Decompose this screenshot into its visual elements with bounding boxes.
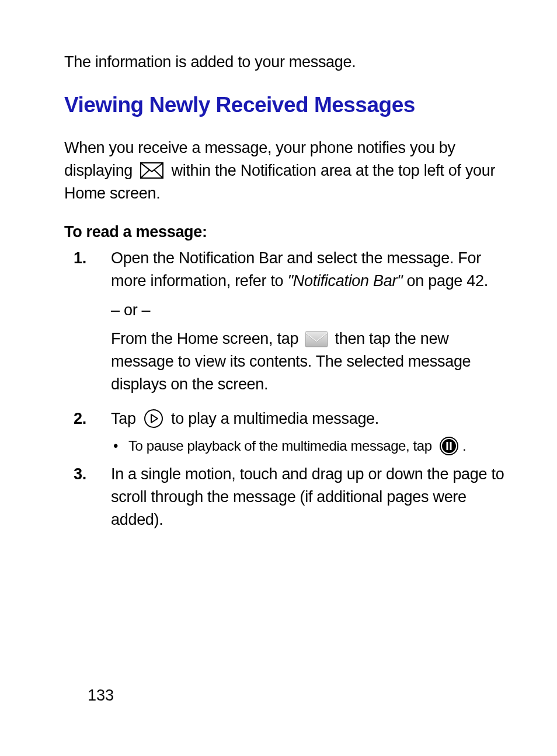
bullet-dot: • <box>111 436 128 457</box>
step-number: 1. <box>64 247 111 402</box>
page-number: 133 <box>88 687 114 705</box>
step1-text-c: on page 42. <box>402 272 488 290</box>
svg-point-3 <box>442 439 456 453</box>
steps-list: 1. Open the Notification Bar and select … <box>64 247 510 537</box>
document-page: The information is added to your message… <box>0 0 557 537</box>
step-body: Open the Notification Bar and select the… <box>111 247 510 402</box>
step2-text-b: to play a multimedia message. <box>171 410 379 427</box>
step1-alt-a: From the Home screen, tap <box>111 330 302 347</box>
svg-point-1 <box>145 410 162 427</box>
play-icon <box>144 409 163 428</box>
step-body: In a single motion, touch and drag up or… <box>111 463 510 537</box>
step2-text-a: Tap <box>111 410 140 427</box>
section-heading: Viewing Newly Received Messages <box>64 89 510 121</box>
step3-text: In a single motion, touch and drag up or… <box>111 463 510 531</box>
step-item: 3. In a single motion, touch and drag up… <box>64 463 510 537</box>
step-number: 3. <box>64 463 111 537</box>
step-number: 2. <box>64 407 111 457</box>
description-paragraph: When you receive a message, your phone n… <box>64 137 510 205</box>
step-body: Tap to play a multimedia message. • To p… <box>111 407 510 457</box>
sub-bullet-item: • To pause playback of the multimedia me… <box>111 436 510 457</box>
step-item: 2. Tap to play a multimedia message. • <box>64 407 510 457</box>
intro-text: The information is added to your message… <box>64 51 510 74</box>
bullet-text-a: To pause playback of the multimedia mess… <box>128 438 436 454</box>
step1-or: – or – <box>111 299 510 322</box>
pause-icon <box>439 436 459 456</box>
svg-rect-5 <box>450 442 452 450</box>
step1-ref-italic: "Notification Bar" <box>288 272 403 290</box>
bullet-text-b: . <box>462 438 466 454</box>
sub-heading: To read a message: <box>64 221 510 243</box>
svg-rect-0 <box>305 332 328 347</box>
envelope-outline-icon <box>140 162 163 179</box>
messaging-app-icon <box>305 330 328 347</box>
step-item: 1. Open the Notification Bar and select … <box>64 247 510 402</box>
svg-rect-4 <box>447 442 448 450</box>
